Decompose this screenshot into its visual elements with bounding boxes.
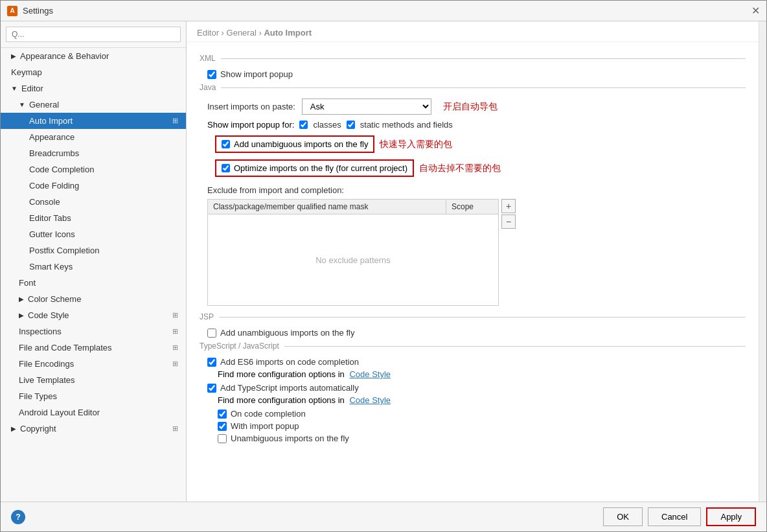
help-button[interactable]: ? bbox=[11, 510, 25, 524]
sidebar-item-keymap[interactable]: Keymap bbox=[1, 64, 186, 80]
sidebar-item-editor[interactable]: ▼ Editor bbox=[1, 80, 186, 97]
ts-on-code-completion-checkbox[interactable] bbox=[218, 410, 227, 419]
sidebar-item-gutter-icons[interactable]: Gutter Icons bbox=[1, 226, 186, 242]
java-section-line bbox=[221, 87, 746, 88]
sidebar-item-appearance-behavior[interactable]: ▶ Appearance & Behavior bbox=[1, 48, 186, 64]
exclude-table-wrapper: Class/package/member qualified name mask… bbox=[207, 199, 746, 306]
sidebar-item-breadcrumbs[interactable]: Breadcrumbs bbox=[1, 145, 186, 161]
apply-button[interactable]: Apply bbox=[706, 507, 756, 526]
sidebar-item-file-code-templates[interactable]: File and Code Templates ⊞ bbox=[1, 340, 186, 356]
classes-checkbox[interactable] bbox=[299, 121, 308, 129]
scrollbar[interactable] bbox=[759, 21, 766, 502]
cancel-button[interactable]: Cancel bbox=[648, 507, 701, 526]
exclude-label: Exclude from import and completion: bbox=[207, 185, 746, 195]
sidebar-item-console[interactable]: Console bbox=[1, 194, 186, 210]
exclude-table-header: Class/package/member qualified name mask… bbox=[208, 200, 498, 214]
ts-add-es6-checkbox[interactable] bbox=[207, 358, 216, 367]
xml-section-title: XML bbox=[200, 54, 216, 63]
exclude-table: Class/package/member qualified name mask… bbox=[207, 199, 499, 306]
sidebar-item-live-templates[interactable]: Live Templates bbox=[1, 372, 186, 388]
breadcrumb-editor: Editor bbox=[197, 28, 219, 38]
show-import-for-label: Show import popup for: bbox=[207, 120, 294, 130]
nav-item-label: Auto Import bbox=[29, 116, 73, 126]
sidebar-item-copyright[interactable]: ▶ Copyright ⊞ bbox=[1, 421, 186, 437]
nav-item-label: Smart Keys bbox=[29, 262, 73, 272]
ts-find-more-2: Find more configuration options in Code … bbox=[200, 395, 746, 405]
ts-add-typescript-checkbox[interactable] bbox=[207, 384, 216, 393]
search-input[interactable] bbox=[6, 27, 181, 42]
sidebar-item-font[interactable]: Font bbox=[1, 275, 186, 291]
ts-on-code-completion-label: On code completion bbox=[231, 409, 306, 419]
close-button[interactable]: ✕ bbox=[751, 5, 760, 17]
nav-item-label: Font bbox=[19, 278, 36, 288]
sidebar-item-general[interactable]: ▼ General bbox=[1, 97, 186, 113]
optimize-imports-wrapper: Optimize imports on the fly (for current… bbox=[207, 157, 746, 179]
ts-section-line bbox=[284, 346, 746, 347]
nav-item-label: Postfix Completion bbox=[29, 246, 99, 255]
sidebar-item-code-completion[interactable]: Code Completion bbox=[1, 161, 186, 178]
annotation-unambiguous: 快速导入需要的包 bbox=[380, 139, 452, 150]
action-buttons: OK Cancel Apply bbox=[603, 507, 756, 526]
ts-section-header: TypeScript / JavaScript bbox=[200, 341, 746, 351]
sidebar-item-smart-keys[interactable]: Smart Keys bbox=[1, 259, 186, 275]
sidebar-item-file-types[interactable]: File Types bbox=[1, 388, 186, 404]
sidebar-item-auto-import[interactable]: Auto Import ⊞ bbox=[1, 113, 186, 129]
expand-arrow: ▶ bbox=[11, 425, 16, 432]
ts-find-more-2-text: Find more configuration options in bbox=[218, 395, 345, 405]
exclude-add-button[interactable]: + bbox=[501, 199, 516, 213]
classes-label: classes bbox=[313, 120, 341, 130]
sidebar-item-android-layout-editor[interactable]: Android Layout Editor bbox=[1, 404, 186, 421]
show-import-popup-xml-checkbox[interactable] bbox=[207, 70, 216, 79]
exclude-remove-button[interactable]: − bbox=[501, 214, 516, 229]
ts-with-import-popup-checkbox[interactable] bbox=[218, 422, 227, 431]
jsp-unambiguous-checkbox[interactable] bbox=[207, 329, 216, 338]
sidebar-item-file-encodings[interactable]: File Encodings ⊞ bbox=[1, 356, 186, 372]
nav-item-label: Editor bbox=[21, 84, 43, 93]
nav-item-label: Appearance & Behavior bbox=[20, 51, 109, 61]
sidebar-item-color-scheme[interactable]: ▶ Color Scheme bbox=[1, 291, 186, 307]
ts-find-more-1: Find more configuration options in Code … bbox=[200, 369, 746, 379]
ts-unambiguous-checkbox[interactable] bbox=[218, 434, 227, 443]
nav-tree: ▶ Appearance & Behavior Keymap ▼ Editor … bbox=[1, 48, 186, 502]
ts-add-typescript-label: Add TypeScript imports automatically bbox=[220, 383, 359, 393]
nav-item-label: Gutter Icons bbox=[29, 229, 75, 239]
sidebar-item-postfix-completion[interactable]: Postfix Completion bbox=[1, 242, 186, 259]
ts-code-style-link-2[interactable]: Code Style bbox=[349, 395, 391, 405]
title-bar-left: A Settings bbox=[7, 6, 53, 16]
add-unambiguous-label: Add unambiguous imports on the fly bbox=[234, 139, 368, 149]
java-section-header: Java bbox=[200, 83, 746, 92]
ts-add-typescript-row: Add TypeScript imports automatically bbox=[200, 383, 746, 393]
expand-arrow: ▶ bbox=[19, 312, 24, 319]
sidebar-item-editor-tabs[interactable]: Editor Tabs bbox=[1, 210, 186, 226]
jsp-section-title: JSP bbox=[200, 312, 214, 321]
bottom-bar: ? OK Cancel Apply bbox=[1, 502, 766, 531]
exclude-col-scope: Scope bbox=[446, 200, 498, 214]
nav-item-label: Code Completion bbox=[29, 165, 94, 174]
window-title: Settings bbox=[23, 6, 53, 16]
app-icon: A bbox=[7, 6, 17, 16]
exclude-empty-message: No exclude patterns bbox=[208, 214, 498, 305]
nav-item-label: Console bbox=[29, 197, 60, 207]
ts-add-es6-label: Add ES6 imports on code completion bbox=[220, 357, 359, 367]
expand-arrow: ▼ bbox=[11, 85, 17, 92]
static-checkbox[interactable] bbox=[347, 121, 355, 129]
ts-with-import-popup-label: With import popup bbox=[231, 421, 299, 431]
sidebar-item-appearance[interactable]: Appearance bbox=[1, 129, 186, 145]
main-panel: Editor › General › Auto Import XML Show … bbox=[187, 21, 759, 502]
sidebar-item-code-style[interactable]: ▶ Code Style ⊞ bbox=[1, 307, 186, 323]
annotation-insert-imports: 开启自动导包 bbox=[443, 101, 498, 113]
ok-button[interactable]: OK bbox=[603, 507, 643, 526]
optimize-imports-checkbox[interactable] bbox=[222, 164, 230, 172]
main-content: XML Show import popup Java Insert import… bbox=[187, 42, 759, 502]
sidebar-item-code-folding[interactable]: Code Folding bbox=[1, 178, 186, 194]
sidebar-item-inspections[interactable]: Inspections ⊞ bbox=[1, 323, 186, 340]
add-unambiguous-checkbox[interactable] bbox=[222, 140, 230, 148]
nav-item-label: Code Folding bbox=[29, 181, 79, 191]
jsp-unambiguous-label: Add unambiguous imports on the fly bbox=[220, 328, 354, 338]
ts-code-style-link-1[interactable]: Code Style bbox=[349, 369, 391, 379]
show-import-popup-java-row: Show import popup for: classes static me… bbox=[200, 120, 746, 130]
nav-item-label: Breadcrumbs bbox=[29, 148, 79, 158]
search-box bbox=[1, 21, 186, 48]
insert-imports-select[interactable]: Ask Always Never bbox=[302, 98, 431, 115]
show-import-popup-xml-label: Show import popup bbox=[220, 69, 293, 79]
